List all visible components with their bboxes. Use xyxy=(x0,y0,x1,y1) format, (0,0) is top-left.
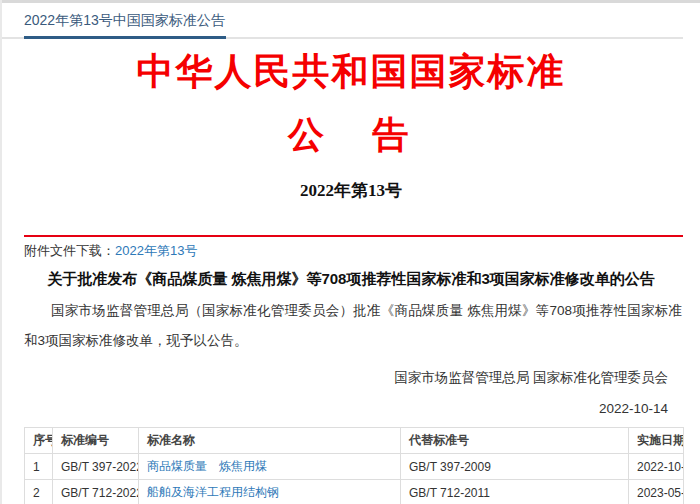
cell-standard-code: GB/T 397-2022 xyxy=(53,454,139,480)
document-subtitle: 公 告 xyxy=(2,112,700,158)
standard-name-link[interactable]: 商品煤质量 炼焦用煤 xyxy=(147,459,267,473)
standards-table: 序号 标准编号 标准名称 代替标准号 实施日期 1GB/T 397-2022商品… xyxy=(24,427,684,504)
attachment-download-row: 附件文件下载：2022年第13号 xyxy=(2,237,700,260)
tab-divider-line xyxy=(2,37,683,39)
cell-standard-name: 船舶及海洋工程用结构钢 xyxy=(139,480,401,504)
cell-implementation-date: 2023-05-01 xyxy=(629,480,684,504)
tab-announcement-title[interactable]: 2022年第13号中国国家标准公告 xyxy=(24,12,225,37)
cell-standard-code: GB/T 712-2022 xyxy=(53,480,139,504)
cell-standard-name: 商品煤质量 炼焦用煤 xyxy=(139,454,401,480)
announcement-page: 2022年第13号中国国家标准公告 中华人民共和国国家标准 公 告 2022年第… xyxy=(0,0,700,504)
notice-body-paragraph: 国家市场监督管理总局（国家标准化管理委员会）批准《商品煤质量 炼焦用煤》等708… xyxy=(24,296,682,356)
cell-index: 1 xyxy=(25,454,53,480)
attachment-download-link[interactable]: 2022年第13号 xyxy=(115,243,197,258)
issuing-authority-signature: 国家市场监督管理总局 国家标准化管理委员会 xyxy=(2,369,668,387)
standard-name-link[interactable]: 船舶及海洋工程用结构钢 xyxy=(147,485,279,499)
col-header-standard-name: 标准名称 xyxy=(139,428,401,454)
issue-date: 2022-10-14 xyxy=(2,401,668,416)
col-header-replaced-standard: 代替标准号 xyxy=(401,428,629,454)
tab-active-underline xyxy=(24,36,226,39)
col-header-standard-code: 标准编号 xyxy=(53,428,139,454)
issue-number: 2022年第13号 xyxy=(2,180,700,202)
tab-bar: 2022年第13号中国国家标准公告 xyxy=(2,3,700,37)
cell-implementation-date: 2022-10-14 xyxy=(629,454,684,480)
table-row: 2GB/T 712-2022船舶及海洋工程用结构钢GB/T 712-201120… xyxy=(25,480,684,504)
col-header-index: 序号 xyxy=(25,428,53,454)
cell-replaced-standard: GB/T 712-2011 xyxy=(401,480,629,504)
col-header-implementation-date: 实施日期 xyxy=(629,428,684,454)
table-row: 1GB/T 397-2022商品煤质量 炼焦用煤GB/T 397-2009202… xyxy=(25,454,684,480)
document-title: 中华人民共和国国家标准 xyxy=(2,48,700,96)
table-body: 1GB/T 397-2022商品煤质量 炼焦用煤GB/T 397-2009202… xyxy=(25,454,684,504)
table-header-row: 序号 标准编号 标准名称 代替标准号 实施日期 xyxy=(25,428,684,454)
attachment-download-label: 附件文件下载： xyxy=(24,243,115,258)
cell-replaced-standard: GB/T 397-2009 xyxy=(401,454,629,480)
notice-heading: 关于批准发布《商品煤质量 炼焦用煤》等708项推荐性国家标准和3项国家标准修改单… xyxy=(24,269,678,289)
cell-index: 2 xyxy=(25,480,53,504)
